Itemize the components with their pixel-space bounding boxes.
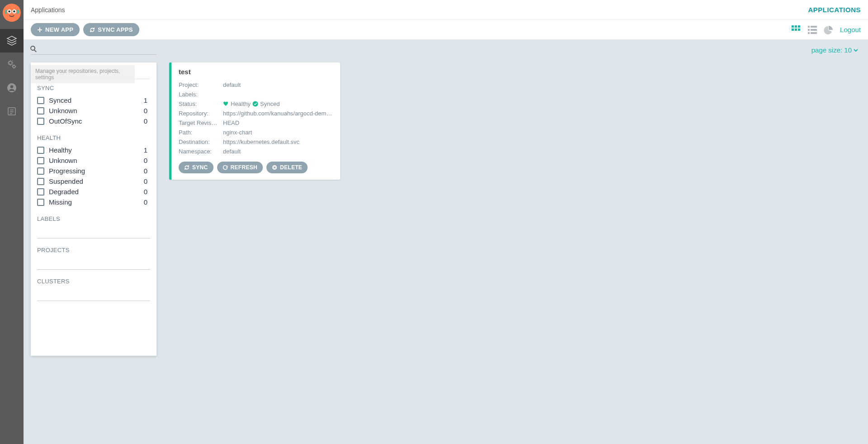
svg-point-4: [13, 10, 15, 13]
search-input-line[interactable]: [31, 54, 157, 55]
view-pie-icon[interactable]: [824, 25, 834, 35]
sync-icon: [184, 165, 190, 170]
nav-applications[interactable]: [0, 29, 24, 53]
labels-key: Labels:: [179, 91, 223, 98]
top-header: Applications APPLICATIONS: [24, 0, 868, 20]
svg-rect-14: [795, 25, 797, 28]
checkbox[interactable]: [37, 178, 44, 185]
checkbox[interactable]: [37, 157, 44, 164]
filter-group-clusters: CLUSTERS: [37, 278, 150, 301]
repo-value: https://github.com/kanuahs/argocd-demo.g…: [223, 110, 333, 117]
svg-rect-18: [798, 29, 800, 31]
checkbox[interactable]: [37, 107, 44, 115]
breadcrumb: Applications: [31, 6, 65, 14]
dest-key: Destination:: [179, 138, 223, 145]
checkbox[interactable]: [37, 188, 44, 196]
plus-icon: [37, 27, 43, 33]
sync-apps-button[interactable]: SYNC APPS: [83, 23, 139, 36]
new-app-button[interactable]: NEW APP: [31, 23, 80, 36]
svg-rect-13: [792, 25, 794, 28]
app-delete-button[interactable]: DELETE: [266, 162, 308, 173]
svg-point-6: [13, 65, 15, 68]
refresh-icon: [223, 165, 228, 170]
svg-rect-19: [808, 26, 810, 28]
svg-point-8: [10, 85, 13, 88]
checkbox[interactable]: [37, 118, 44, 125]
health-heading: HEALTH: [37, 134, 150, 141]
sync-heading: SYNC: [37, 85, 150, 91]
projects-heading: PROJECTS: [37, 247, 150, 253]
status-value: Healthy Synced: [223, 100, 280, 107]
nav-docs[interactable]: [0, 100, 24, 123]
path-key: Path:: [179, 129, 223, 136]
sync-icon: [90, 27, 95, 33]
projects-input[interactable]: [37, 257, 150, 270]
view-grid-icon[interactable]: [791, 25, 801, 35]
logout-link[interactable]: Logout: [840, 26, 861, 33]
svg-rect-15: [798, 25, 800, 28]
filter-panel: FILTER BY: SYNC Synced1 Unknown0 OutOfSy…: [31, 62, 157, 356]
dest-value: https://kubernetes.default.svc: [223, 138, 299, 145]
nav-user[interactable]: [0, 76, 24, 100]
filter-row-progressing[interactable]: Progressing0: [37, 166, 150, 176]
clusters-heading: CLUSTERS: [37, 278, 150, 285]
repo-key: Repository:: [179, 110, 223, 117]
left-nav: [0, 0, 24, 444]
view-list-icon[interactable]: [807, 25, 817, 35]
rev-key: Target Revis…: [179, 119, 223, 126]
caret-down-icon: [854, 48, 858, 53]
filter-row-degraded[interactable]: Degraded0: [37, 186, 150, 197]
filter-row-missing[interactable]: Missing0: [37, 197, 150, 207]
project-value: default: [223, 81, 241, 88]
delete-label: DELETE: [280, 164, 302, 171]
checkbox[interactable]: [37, 199, 44, 206]
project-key: Project:: [179, 81, 223, 88]
svg-rect-24: [811, 32, 817, 34]
content-area: page size: 10 Manage your repositories, …: [24, 40, 868, 444]
checkbox[interactable]: [37, 167, 44, 175]
ns-value: default: [223, 148, 241, 155]
app-title: test: [179, 68, 333, 76]
ns-key: Namespace:: [179, 148, 223, 155]
app-refresh-button[interactable]: REFRESH: [217, 162, 263, 173]
path-value: nginx-chart: [223, 129, 252, 136]
status-healthy-text: Healthy: [231, 100, 251, 107]
svg-rect-17: [795, 29, 797, 31]
filter-row-synced[interactable]: Synced1: [37, 95, 150, 105]
delete-icon: [272, 165, 277, 170]
page-size-selector[interactable]: page size: 10: [811, 46, 858, 54]
filter-row-suspended[interactable]: Suspended0: [37, 176, 150, 186]
filter-row-unknown[interactable]: Unknown0: [37, 105, 150, 116]
filter-row-outofsync[interactable]: OutOfSync0: [37, 116, 150, 126]
nav-settings[interactable]: [0, 53, 24, 76]
filter-group-health: HEALTH Healthy1 Unknown0 Progressing0 Su…: [37, 134, 150, 207]
checkbox[interactable]: [37, 97, 44, 104]
status-key: Status:: [179, 100, 223, 107]
svg-rect-22: [811, 29, 817, 31]
svg-point-3: [8, 10, 10, 13]
labels-heading: LABELS: [37, 215, 150, 222]
check-circle-icon: [252, 101, 258, 107]
filter-row-unknown-h[interactable]: Unknown0: [37, 155, 150, 166]
app-card-test[interactable]: test Project:default Labels: Status: Hea…: [169, 62, 340, 180]
filter-row-healthy[interactable]: Healthy1: [37, 145, 150, 155]
app-sync-button[interactable]: SYNC: [179, 162, 213, 173]
labels-input[interactable]: [37, 226, 150, 239]
filter-group-sync: SYNC Synced1 Unknown0 OutOfSync0: [37, 85, 150, 126]
sync-apps-label: SYNC APPS: [98, 26, 133, 33]
filter-group-projects: PROJECTS: [37, 247, 150, 270]
clusters-input[interactable]: [37, 288, 150, 301]
toolbar: NEW APP SYNC APPS Logout: [24, 20, 868, 40]
sync-label: SYNC: [192, 164, 208, 171]
svg-point-25: [253, 101, 258, 107]
argo-logo: [3, 4, 21, 22]
svg-rect-16: [792, 29, 794, 31]
search-icon[interactable]: [30, 45, 37, 54]
settings-tooltip: Manage your repositories, projects, sett…: [31, 65, 135, 83]
svg-point-5: [9, 62, 12, 65]
rev-value: HEAD: [223, 119, 239, 126]
checkbox[interactable]: [37, 147, 44, 154]
heart-icon: [223, 101, 229, 107]
svg-rect-21: [808, 29, 810, 31]
applications-link[interactable]: APPLICATIONS: [808, 6, 861, 14]
